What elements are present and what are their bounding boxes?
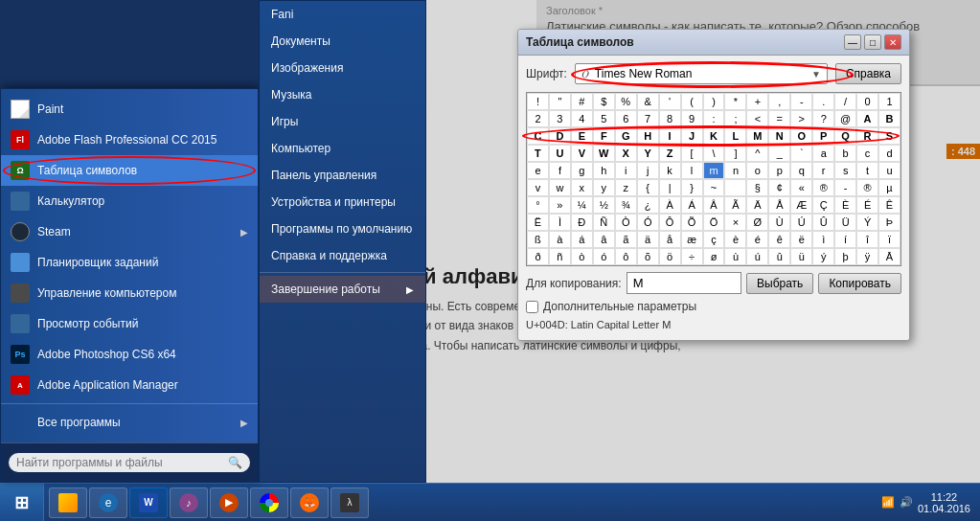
char-cell[interactable]: ® [812, 179, 834, 196]
char-cell[interactable]: Õ [681, 214, 703, 231]
char-cell[interactable]: / [834, 93, 856, 110]
char-cell[interactable]: ô [615, 248, 637, 265]
char-cell[interactable]: c [856, 145, 878, 162]
char-cell[interactable]: Ñ [593, 214, 615, 231]
char-cell[interactable]: ÿ [856, 248, 878, 265]
sidebar-item-ps[interactable]: Ps Adobe Photoshop CS6 x64 [1, 339, 258, 370]
char-cell[interactable]: < [746, 110, 768, 127]
char-cell[interactable]: } [681, 179, 703, 196]
char-cell[interactable]: ¿ [637, 196, 659, 214]
char-cell[interactable]: Y [637, 145, 659, 162]
char-cell[interactable]: . [812, 93, 834, 110]
char-cell[interactable]: B [878, 110, 900, 127]
char-cell[interactable]: F [593, 127, 615, 145]
char-cell[interactable]: Ê [878, 196, 900, 214]
char-cell[interactable]: ß [527, 231, 549, 248]
char-cell[interactable]: × [724, 214, 746, 231]
dialog-minimize-button[interactable]: — [844, 34, 861, 50]
char-cell[interactable]: é [746, 231, 768, 248]
char-cell[interactable]: « [790, 179, 812, 196]
char-cell[interactable]: I [659, 127, 681, 145]
char-cell[interactable]: z [615, 179, 637, 196]
char-cell[interactable]: 1 [878, 93, 900, 110]
submenu-help[interactable]: Справка и поддержка [260, 242, 425, 269]
char-cell[interactable]: É [856, 196, 878, 214]
sidebar-item-steam[interactable]: Steam ▶ [1, 216, 258, 247]
char-cell[interactable]: P [812, 127, 834, 145]
char-cell[interactable]: Ð [571, 214, 593, 231]
select-button[interactable]: Выбрать [746, 273, 813, 294]
char-cell[interactable]: 2 [527, 110, 549, 127]
char-cell[interactable]: x [571, 179, 593, 196]
char-cell[interactable]: ! [527, 93, 549, 110]
taskbar-item-chrome[interactable] [250, 487, 288, 518]
char-cell[interactable]: * [724, 93, 746, 110]
char-cell[interactable]: û [768, 248, 790, 265]
char-cell[interactable]: ö [659, 248, 681, 265]
char-cell[interactable]: : [703, 110, 725, 127]
char-cell[interactable]: ã [615, 231, 637, 248]
char-cell[interactable]: î [856, 231, 878, 248]
char-cell[interactable]: R [856, 127, 878, 145]
char-cell[interactable]: â [593, 231, 615, 248]
char-cell[interactable] [724, 179, 746, 196]
sidebar-item-charmap[interactable]: Ω Таблица символов [1, 155, 258, 186]
char-cell[interactable]: ( [681, 93, 703, 110]
search-input[interactable] [16, 456, 223, 469]
char-cell[interactable]: ó [593, 248, 615, 265]
char-cell[interactable]: Û [812, 214, 834, 231]
char-cell[interactable]: p [768, 162, 790, 179]
char-cell[interactable]: & [637, 93, 659, 110]
sidebar-item-adobe-mgr[interactable]: A Adobe Application Manager [1, 370, 258, 400]
char-cell[interactable]: È [834, 196, 856, 214]
char-cell[interactable]: 3 [549, 110, 571, 127]
char-cell[interactable]: ¼ [571, 196, 593, 214]
char-cell[interactable]: V [571, 145, 593, 162]
char-cell[interactable]: K [703, 127, 725, 145]
char-cell[interactable]: ø [703, 248, 725, 265]
submenu-images[interactable]: Изображения [260, 55, 425, 81]
char-cell[interactable]: Z [659, 145, 681, 162]
char-cell[interactable]: U [549, 145, 571, 162]
char-cell[interactable]: e [527, 162, 549, 179]
char-cell[interactable]: Ã [724, 196, 746, 214]
char-cell[interactable]: Ó [637, 214, 659, 231]
submenu-games[interactable]: Игры [260, 108, 425, 135]
sidebar-item-flash[interactable]: Fl Adobe Flash Professional CC 2015 [1, 125, 258, 155]
char-cell[interactable]: 5 [593, 110, 615, 127]
char-cell[interactable]: > [790, 110, 812, 127]
sidebar-item-calc[interactable]: Калькулятор [1, 186, 258, 216]
sidebar-item-task[interactable]: Планировщик заданий [1, 247, 258, 278]
char-cell[interactable]: ò [571, 248, 593, 265]
char-cell[interactable]: C [527, 127, 549, 145]
char-cell[interactable]: Ø [746, 214, 768, 231]
char-cell[interactable]: E [571, 127, 593, 145]
char-cell[interactable]: w [549, 179, 571, 196]
char-cell[interactable]: , [768, 93, 790, 110]
char-cell[interactable]: [ [681, 145, 703, 162]
submenu-music[interactable]: Музыка [260, 81, 425, 108]
char-cell[interactable]: S [878, 127, 900, 145]
char-cell-selected[interactable]: m [703, 162, 725, 179]
char-cell[interactable]: Q [834, 127, 856, 145]
char-cell[interactable]: \ [703, 145, 725, 162]
char-cell[interactable]: v [527, 179, 549, 196]
char-cell[interactable]: à [549, 231, 571, 248]
char-cell[interactable]: ý [812, 248, 834, 265]
char-cell[interactable]: Ù [768, 214, 790, 231]
char-cell[interactable]: ~ [703, 179, 725, 196]
char-cell[interactable]: ê [768, 231, 790, 248]
taskbar-item-media[interactable]: ▶ [210, 487, 248, 518]
char-cell[interactable]: ï [878, 231, 900, 248]
char-cell[interactable]: Ô [659, 214, 681, 231]
char-cell[interactable]: T [527, 145, 549, 162]
char-cell[interactable]: o [746, 162, 768, 179]
char-cell[interactable]: Æ [790, 196, 812, 214]
char-cell[interactable]: Ý [856, 214, 878, 231]
char-cell[interactable]: a [812, 145, 834, 162]
char-cell[interactable]: Ü [834, 214, 856, 231]
char-cell[interactable]: n [724, 162, 746, 179]
taskbar-item-firefox[interactable]: 🦊 [290, 487, 329, 518]
char-cell[interactable]: ¾ [615, 196, 637, 214]
char-cell[interactable]: = [768, 110, 790, 127]
